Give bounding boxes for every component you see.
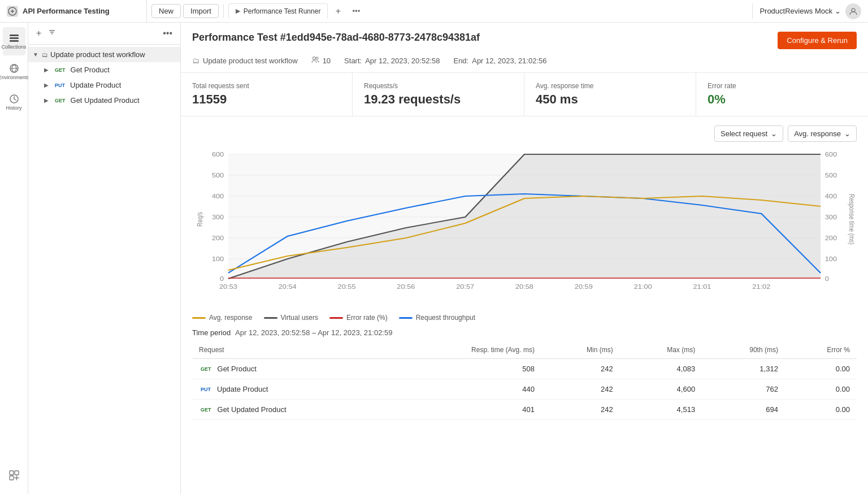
svg-text:500: 500 [212, 172, 224, 178]
row2-min: 242 [541, 379, 620, 400]
svg-text:21:01: 21:01 [693, 284, 711, 289]
users-count: 10 [323, 57, 331, 65]
row2-p90: 762 [702, 379, 785, 400]
select-request-chevron: ⌄ [771, 129, 777, 138]
filter-button[interactable] [47, 27, 57, 40]
stat-total-requests: Total requests sent 11559 [181, 73, 353, 116]
chart-controls: Select request ⌄ Avg. response ⌄ [192, 125, 857, 142]
table-body: GET Get Product 508 242 4,083 1,312 0.00 [192, 359, 857, 420]
end-time: Apr 12, 2023, 21:02:56 [472, 57, 546, 65]
svg-text:300: 300 [212, 214, 224, 220]
collection-folder-icon: 🗂 [42, 51, 48, 58]
row1-error: 0.00 [785, 359, 857, 379]
legend-virtual-users: Virtual users [264, 314, 318, 322]
svg-text:100: 100 [212, 256, 224, 262]
request-cell-2: PUT Update Product [192, 379, 390, 400]
legend-color-error-rate [329, 317, 343, 319]
row3-resp-avg: 401 [390, 400, 541, 420]
app-icon [7, 6, 18, 17]
end-label: End: [453, 57, 468, 65]
svg-text:21:00: 21:00 [634, 284, 652, 289]
select-request-label: Select request [721, 129, 767, 138]
legend-error-rate: Error rate (%) [329, 314, 388, 322]
main-layout: Collections Environments History [0, 23, 868, 494]
main-content: Performance Test #1edd945e-78ad-4680-877… [181, 23, 868, 494]
row2-method: PUT [199, 386, 212, 393]
row3-p90: 694 [702, 400, 785, 420]
environment-selector[interactable]: ProductReviews Mock ⌄ [760, 7, 841, 15]
performance-test-tab[interactable]: ▶ Performance Test Runner [228, 3, 328, 19]
perf-meta: 🗂 Update product test workflow 10 [192, 56, 857, 66]
avg-response-chevron: ⌄ [844, 129, 850, 138]
chart-area: Select request ⌄ Avg. response ⌄ [181, 116, 868, 494]
row3-name: Get Updated Product [218, 405, 287, 414]
tabs-more-button[interactable]: ••• [348, 3, 364, 19]
table-row: GET Get Updated Product 401 242 4,513 69… [192, 400, 857, 420]
time-period-label: Time period [192, 328, 231, 337]
svg-text:20:54: 20:54 [279, 284, 297, 289]
avg-response-dropdown[interactable]: Avg. response ⌄ [788, 125, 857, 142]
collection-item-get-product[interactable]: ▶ GET Get Product [40, 62, 180, 77]
method-badge-get-1: GET [53, 67, 67, 73]
start-label: Start: [344, 57, 362, 65]
end-meta: End: Apr 12, 2023, 21:02:56 [453, 57, 546, 65]
row3-min: 242 [541, 400, 620, 420]
stat-label-3: Error rate [708, 82, 857, 90]
start-meta: Start: Apr 12, 2023, 20:52:58 [344, 57, 440, 65]
svg-point-15 [316, 57, 318, 59]
item-chevron-3: ▶ [44, 97, 51, 103]
new-button[interactable]: New [151, 4, 181, 18]
performance-chart: 600 500 400 300 200 100 0 600 500 400 30… [192, 149, 857, 307]
panel-actions-left: + [35, 27, 57, 40]
collection-item-get-updated-product[interactable]: ▶ GET Get Updated Product [40, 93, 180, 108]
stat-value-1: 19.23 requests/s [364, 92, 513, 107]
svg-text:500: 500 [825, 172, 837, 178]
stat-avg-response: Avg. response time 450 ms [524, 73, 696, 116]
collection-item-update-product[interactable]: ▶ PUT Update Product [40, 77, 180, 93]
sidebar-item-extra[interactable] [3, 461, 25, 489]
row2-resp-avg: 440 [390, 379, 541, 400]
svg-text:600: 600 [212, 151, 224, 157]
panel-more-button[interactable]: ••• [162, 27, 173, 40]
row3-error: 0.00 [785, 400, 857, 420]
svg-text:Req/s: Req/s [196, 212, 203, 227]
collection-root-item[interactable]: ▼ 🗂 Update product test workflow [28, 47, 180, 62]
item-label-update-product: Update Product [70, 81, 176, 89]
collection-chevron: ▼ [33, 51, 40, 58]
stat-label-1: Requests/s [364, 82, 513, 90]
sidebar-item-collections[interactable]: Collections [3, 27, 25, 55]
history-label: History [6, 105, 21, 111]
time-period-value: Apr 12, 2023, 20:52:58 – Apr 12, 2023, 2… [235, 328, 392, 337]
row1-name: Get Product [218, 365, 257, 373]
table-row: PUT Update Product 440 242 4,600 762 0.0… [192, 379, 857, 400]
add-collection-button[interactable]: + [35, 27, 42, 40]
users-icon [311, 56, 319, 66]
svg-text:300: 300 [825, 214, 837, 220]
user-avatar[interactable] [845, 3, 861, 19]
select-request-dropdown[interactable]: Select request ⌄ [714, 125, 783, 142]
row1-method: GET [199, 366, 213, 372]
app-title: API Performance Testing [0, 0, 147, 22]
sidebar-item-environments[interactable]: Environments [3, 58, 25, 86]
collection-tree: ▼ 🗂 Update product test workflow ▶ GET G… [28, 45, 180, 494]
svg-text:20:58: 20:58 [515, 284, 533, 289]
row2-max: 4,600 [620, 379, 702, 400]
col-error: Error % [785, 341, 857, 359]
tab-label: Performance Test Runner [244, 7, 321, 15]
legend-avg-response: Avg. response [192, 314, 253, 322]
col-p90: 90th (ms) [702, 341, 785, 359]
configure-rerun-button[interactable]: Configure & Rerun [778, 32, 857, 49]
import-button[interactable]: Import [183, 4, 219, 18]
users-meta: 10 [311, 56, 331, 66]
stat-requests-per-second: Requests/s 19.23 requests/s [353, 73, 524, 116]
legend-label-error-rate: Error rate (%) [346, 314, 388, 322]
collection-name: Update product test workflow [50, 50, 176, 59]
legend-color-request-throughput [399, 317, 413, 319]
stat-error-rate: Error rate 0% [696, 73, 868, 116]
sidebar-item-history[interactable]: History [3, 88, 25, 116]
svg-text:20:57: 20:57 [456, 284, 474, 289]
row1-min: 242 [541, 359, 620, 379]
new-tab-button[interactable]: + [330, 3, 346, 19]
table-row: GET Get Product 508 242 4,083 1,312 0.00 [192, 359, 857, 379]
row2-error: 0.00 [785, 379, 857, 400]
